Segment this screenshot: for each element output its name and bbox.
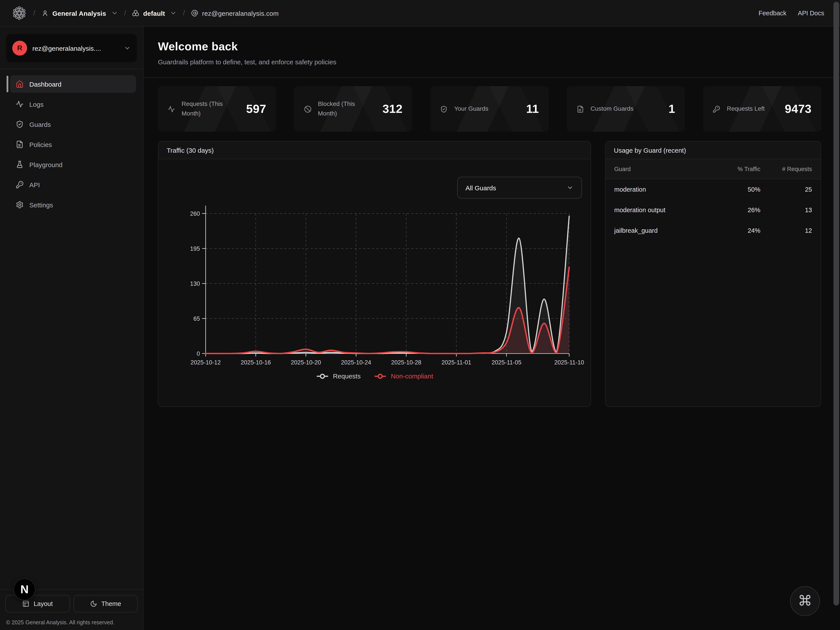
stat-tile: Your Guards11 <box>431 86 548 132</box>
traffic-card-header: Traffic (30 days) <box>158 141 591 159</box>
guard-filter-select[interactable]: All Guards <box>457 177 582 199</box>
svg-text:195: 195 <box>190 245 200 252</box>
svg-text:2025-10-28: 2025-10-28 <box>391 359 421 366</box>
sidebar-item-policies[interactable]: Policies <box>10 136 136 153</box>
svg-text:2025-10-20: 2025-10-20 <box>291 359 321 366</box>
org-name: General Analysis <box>52 9 106 17</box>
usage-table: Guard % Traffic # Requests moderation50%… <box>605 159 821 241</box>
viewport: / General Analysis / default / rez@gener… <box>0 0 840 630</box>
usage-col-requests: # Requests <box>769 159 821 179</box>
sidebar-user-section: R rez@generalanalysis.... <box>0 27 143 69</box>
page-subtitle: Guardrails platform to define, test, and… <box>158 58 826 66</box>
svg-text:260: 260 <box>190 210 200 217</box>
legend-label: Non-compliant <box>391 372 433 380</box>
usage-traffic-pct: 24% <box>713 220 769 241</box>
usage-guard-name: jailbreak_guard <box>605 220 713 241</box>
api-docs-link[interactable]: API Docs <box>798 9 824 17</box>
usage-request-count: 13 <box>769 199 821 220</box>
svg-text:130: 130 <box>190 280 200 287</box>
stat-value: 1 <box>668 102 675 116</box>
dashboard-cards: Traffic (30 days) All Guards 06513019526… <box>158 141 821 407</box>
shield-check-icon <box>440 105 448 113</box>
usage-request-count: 12 <box>769 220 821 241</box>
usage-table-header-row: Guard % Traffic # Requests <box>605 159 821 179</box>
stat-info: Requests (This Month) <box>167 99 238 118</box>
flask-icon <box>16 161 24 169</box>
stat-info: Blocked (This Month) <box>304 99 374 118</box>
sidebar-item-settings[interactable]: Settings <box>10 196 136 213</box>
welcome-header: Welcome back Guardrails platform to defi… <box>144 27 840 78</box>
key-icon <box>16 181 24 189</box>
stat-label: Blocked (This Month) <box>318 99 374 118</box>
scrollbar-thumb[interactable] <box>834 2 839 605</box>
user-icon <box>41 9 48 17</box>
stat-value: 11 <box>526 102 539 116</box>
legend-item-non-compliant: Non-compliant <box>374 372 433 380</box>
breadcrumb-org-button[interactable]: General Analysis <box>41 9 118 17</box>
svg-text:2025-10-12: 2025-10-12 <box>191 359 221 366</box>
breadcrumb-user-button[interactable]: rez@generalanalysis.com <box>191 9 279 17</box>
command-palette-button[interactable] <box>790 586 820 616</box>
avatar: R <box>12 41 27 55</box>
feedback-link[interactable]: Feedback <box>759 9 786 17</box>
usage-traffic-pct: 50% <box>713 179 769 199</box>
sidebar: R rez@generalanalysis.... DashboardLogsG… <box>0 27 144 630</box>
breadcrumb-project-button[interactable]: default <box>133 9 177 17</box>
traffic-card: Traffic (30 days) All Guards 06513019526… <box>158 141 591 407</box>
svg-text:0: 0 <box>197 351 200 357</box>
chevron-down-icon <box>170 9 177 17</box>
sidebar-item-label: Playground <box>29 161 63 168</box>
topbar-links: Feedback API Docs <box>759 9 824 17</box>
traffic-card-title: Traffic (30 days) <box>167 146 214 154</box>
traffic-chart-area: All Guards 0651301952602025-10-122025-10… <box>158 159 591 406</box>
chart-legend: RequestsNon-compliant <box>158 372 591 380</box>
brand-logo-icon[interactable] <box>12 6 26 20</box>
user-email: rez@generalanalysis.com <box>202 9 279 17</box>
sidebar-item-playground[interactable]: Playground <box>10 156 136 173</box>
svg-text:2025-10-24: 2025-10-24 <box>341 359 371 366</box>
svg-text:65: 65 <box>193 316 200 322</box>
svg-text:2025-11-10: 2025-11-10 <box>554 359 584 366</box>
topbar: / General Analysis / default / rez@gener… <box>0 0 840 27</box>
account-menu-button[interactable]: R rez@generalanalysis.... <box>6 34 137 62</box>
breadcrumb-separator: / <box>183 9 185 17</box>
boxes-icon <box>133 9 139 17</box>
copyright-text: © 2025 General Analysis. All rights rese… <box>5 619 138 625</box>
home-icon <box>16 80 24 88</box>
stat-info: Your Guards <box>440 104 488 114</box>
usage-col-guard: Guard <box>605 159 713 179</box>
stat-label: Custom Guards <box>591 104 633 114</box>
theme-button[interactable]: Theme <box>73 595 138 613</box>
settings-icon <box>16 201 24 209</box>
main-content: Welcome back Guardrails platform to defi… <box>144 27 840 630</box>
layout-button[interactable]: Layout <box>5 595 70 613</box>
usage-col-traffic: % Traffic <box>713 159 769 179</box>
command-icon <box>799 594 812 609</box>
page-title: Welcome back <box>158 40 826 54</box>
stat-tile: Requests (This Month)597 <box>158 86 276 132</box>
project-name: default <box>143 9 165 17</box>
account-email: rez@generalanalysis.... <box>32 44 118 52</box>
nextjs-dev-badge[interactable]: N <box>14 578 35 600</box>
stat-value: 9473 <box>785 102 812 116</box>
stat-value: 312 <box>382 102 403 116</box>
stat-tile: Requests Left9473 <box>703 86 821 132</box>
sidebar-item-api[interactable]: API <box>10 176 136 193</box>
svg-text:2025-10-16: 2025-10-16 <box>241 359 271 366</box>
stat-info: Custom Guards <box>576 104 633 114</box>
ban-icon <box>304 105 311 113</box>
sidebar-item-label: API <box>29 181 40 188</box>
sidebar-item-logs[interactable]: Logs <box>10 95 136 113</box>
layout-button-label: Layout <box>34 600 53 607</box>
chevron-down-icon <box>111 9 118 17</box>
sidebar-nav: DashboardLogsGuardsPoliciesPlaygroundAPI… <box>0 69 143 213</box>
stat-value: 597 <box>246 102 266 116</box>
sidebar-item-dashboard[interactable]: Dashboard <box>10 75 136 93</box>
usage-table-row: jailbreak_guard24%12 <box>605 220 821 241</box>
svg-text:2025-11-01: 2025-11-01 <box>441 359 471 366</box>
sidebar-item-guards[interactable]: Guards <box>10 115 136 133</box>
stat-info: Requests Left <box>713 104 765 114</box>
svg-text:2025-11-05: 2025-11-05 <box>491 359 521 366</box>
activity-icon <box>16 100 24 108</box>
legend-label: Requests <box>333 372 361 380</box>
